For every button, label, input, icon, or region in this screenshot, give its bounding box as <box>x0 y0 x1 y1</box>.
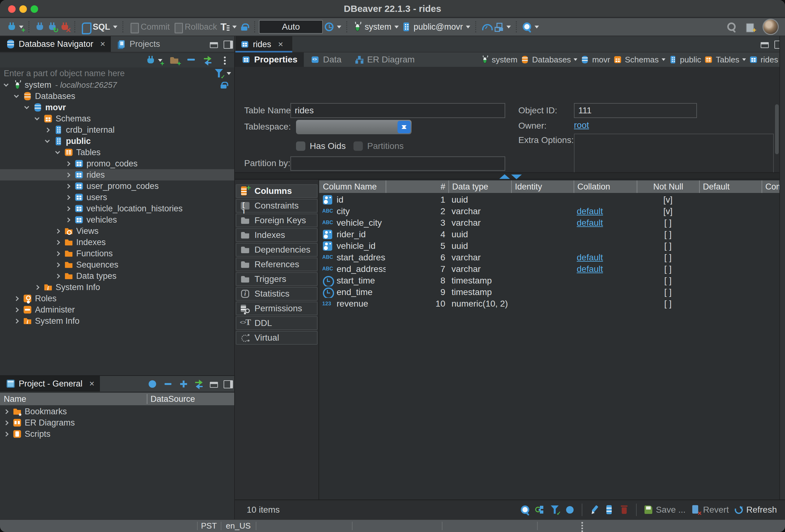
new-window-button[interactable]: + <box>744 22 754 32</box>
chevron-right-icon[interactable] <box>14 296 19 301</box>
project-item-scripts[interactable]: Scripts <box>0 428 234 439</box>
project-item-bookmarks[interactable]: Bookmarks <box>0 406 234 417</box>
minus-button[interactable] <box>163 379 173 389</box>
chevron-right-icon[interactable] <box>45 127 50 132</box>
grid-header-column-name[interactable]: Column Name <box>319 180 386 193</box>
cockroach-button[interactable]: system <box>352 22 399 32</box>
collation-default-link[interactable]: default <box>577 218 603 228</box>
chevron-right-icon[interactable] <box>55 251 60 256</box>
chevron-right-icon[interactable] <box>66 217 71 222</box>
breadcrumb-system[interactable]: system <box>480 55 517 65</box>
chevron-down-icon[interactable] <box>337 26 341 28</box>
tree-item-sequences[interactable]: Sequences <box>0 259 234 270</box>
tablespace-select[interactable] <box>296 120 411 134</box>
plug-reconnect-button[interactable]: ↻ <box>47 22 57 32</box>
chevron-right-icon[interactable] <box>55 262 60 267</box>
grid-header-collation[interactable]: Collation <box>574 180 637 193</box>
breadcrumb-rides[interactable]: rides <box>749 55 778 65</box>
section-tab-constraints[interactable]: Constraints <box>236 199 318 212</box>
collapse-all-button[interactable] <box>186 55 196 65</box>
chevron-right-icon[interactable] <box>4 431 9 436</box>
subtab-er-diagram[interactable]: ER Diagram <box>348 52 421 67</box>
breadcrumb-public[interactable]: public <box>668 55 701 65</box>
close-icon[interactable]: × <box>100 40 105 48</box>
chevron-right-icon[interactable] <box>14 319 19 324</box>
chevron-right-icon[interactable] <box>66 183 71 188</box>
revert-button[interactable]: Revert <box>690 505 729 515</box>
splitter-collapse-down-icon[interactable] <box>511 175 522 179</box>
chevron-down-icon[interactable] <box>662 58 665 61</box>
refresh-button[interactable]: Refresh <box>734 505 777 515</box>
tree-item-rides[interactable]: rides <box>0 169 234 180</box>
table-row[interactable]: revenue10numeric(10, 2)[ ] <box>319 298 779 309</box>
chevron-down-icon[interactable] <box>45 138 50 143</box>
sync-sel-button[interactable] <box>194 379 204 389</box>
owner-link[interactable]: root <box>574 120 589 130</box>
section-tab-permissions[interactable]: Permissions <box>236 302 318 315</box>
minimize-editor-icon[interactable] <box>759 39 769 49</box>
section-tab-ddl[interactable]: DDL <box>236 316 318 330</box>
plus-button[interactable] <box>179 379 188 389</box>
clock-history-button[interactable] <box>324 22 341 32</box>
tree-item-system-info[interactable]: System Info <box>0 282 234 293</box>
sql-editor-button[interactable]: SQL <box>80 22 118 32</box>
chevron-right-icon[interactable] <box>55 229 60 233</box>
project-item-er-diagrams[interactable]: ER Diagrams <box>0 417 234 428</box>
breadcrumb-databases[interactable]: Databases <box>520 55 577 65</box>
close-icon[interactable]: × <box>278 40 283 49</box>
sync-sel-button[interactable] <box>203 55 213 65</box>
chevron-down-icon[interactable] <box>113 26 118 28</box>
chevron-down-icon[interactable] <box>742 58 746 61</box>
chevron-down-icon[interactable] <box>574 58 577 61</box>
chevron-down-icon[interactable] <box>4 81 9 86</box>
tree-item-public[interactable]: public <box>0 135 234 147</box>
tree-item-schemas[interactable]: Schemas <box>0 113 234 124</box>
tree-item-system-info[interactable]: System Info <box>0 315 234 327</box>
breadcrumb-tables[interactable]: Tables <box>704 55 746 65</box>
tree-item-tables[interactable]: Tables <box>0 147 234 158</box>
min-ctl[interactable] <box>209 379 219 389</box>
chevron-right-icon[interactable] <box>55 240 60 245</box>
table-row[interactable]: vehicle_id5uuid[ ] <box>319 240 779 252</box>
tab-database-navigator[interactable]: Database Navigator × <box>0 36 111 52</box>
subtab-properties[interactable]: Properties <box>235 52 304 67</box>
tree-item-movr[interactable]: movr <box>0 102 234 113</box>
chevron-right-icon[interactable] <box>14 307 19 312</box>
collation-default-link[interactable]: default <box>577 206 603 217</box>
column-header-datasource[interactable]: DataSource <box>147 394 234 404</box>
security-button[interactable] <box>239 22 249 32</box>
txn-mode-button[interactable] <box>220 22 237 32</box>
chevron-down-icon[interactable] <box>24 104 29 109</box>
chevron-right-icon[interactable] <box>55 274 60 278</box>
tree-item-data-types[interactable]: Data types <box>0 270 234 282</box>
object-filter-input[interactable] <box>3 68 214 79</box>
rollback-button[interactable]: Rollback <box>172 22 217 32</box>
plug-disconnect-button[interactable] <box>34 22 44 32</box>
chevron-right-icon[interactable] <box>4 420 9 425</box>
tree-item-administer[interactable]: Administer <box>0 304 234 315</box>
form-scrollbar[interactable] <box>775 104 779 154</box>
chevron-right-icon[interactable] <box>4 409 9 414</box>
user-avatar[interactable] <box>762 19 779 35</box>
timezone-indicator[interactable]: PST <box>197 520 221 532</box>
kebab-button[interactable] <box>220 55 230 65</box>
folder-new-button[interactable]: + <box>169 55 179 65</box>
table-row[interactable]: vehicle_city3varchardefault[ ] <box>319 217 779 229</box>
subtab-data[interactable]: Data <box>304 52 348 67</box>
grid-header-identity[interactable]: Identity <box>511 180 574 193</box>
collation-default-link[interactable]: default <box>577 264 603 274</box>
tab-project-general[interactable]: Project - General × <box>0 376 100 391</box>
locale-indicator[interactable]: en_US <box>221 520 256 532</box>
column-header-name[interactable]: Name <box>0 394 147 404</box>
max-ctl[interactable] <box>222 379 232 389</box>
table-row[interactable]: end_time9timestamp[ ] <box>319 286 779 298</box>
grid-header-default[interactable]: Default <box>699 180 762 193</box>
table-row[interactable]: start_address6varchardefault[ ] <box>319 252 779 263</box>
grid-header-data-type[interactable]: Data type <box>448 180 511 193</box>
grid-header-comment[interactable]: Comment <box>762 180 779 193</box>
section-tab-columns[interactable]: Columns <box>236 184 318 198</box>
chevron-down-icon[interactable] <box>506 26 511 28</box>
table-row[interactable]: id1uuid[v] <box>319 194 779 205</box>
grid-edit[interactable] <box>589 505 599 515</box>
search-gray-button[interactable] <box>726 22 736 32</box>
